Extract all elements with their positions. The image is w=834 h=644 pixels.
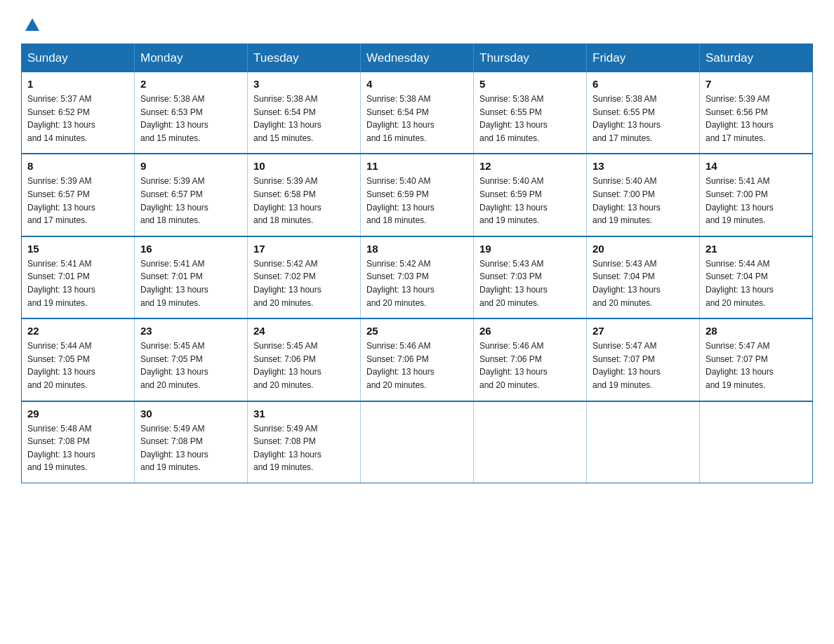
day-info: Sunrise: 5:40 AMSunset: 6:59 PMDaylight:…	[366, 175, 468, 227]
calendar-cell: 24 Sunrise: 5:45 AMSunset: 7:06 PMDaylig…	[248, 318, 361, 401]
day-number: 26	[479, 325, 581, 337]
day-number: 29	[27, 408, 128, 420]
day-number: 20	[593, 243, 694, 255]
day-number: 14	[706, 160, 807, 172]
day-number: 21	[706, 243, 807, 255]
calendar-cell: 4 Sunrise: 5:38 AMSunset: 6:54 PMDayligh…	[361, 72, 474, 154]
calendar-cell: 14 Sunrise: 5:41 AMSunset: 7:00 PMDaylig…	[700, 154, 813, 236]
calendar-table: SundayMondayTuesdayWednesdayThursdayFrid…	[21, 43, 813, 483]
calendar-cell: 9 Sunrise: 5:39 AMSunset: 6:57 PMDayligh…	[135, 154, 248, 236]
day-number: 1	[27, 78, 128, 90]
page-header	[21, 14, 813, 29]
day-info: Sunrise: 5:38 AMSunset: 6:54 PMDaylight:…	[253, 93, 355, 145]
calendar-cell: 26 Sunrise: 5:46 AMSunset: 7:06 PMDaylig…	[474, 318, 587, 401]
calendar-cell: 28 Sunrise: 5:47 AMSunset: 7:07 PMDaylig…	[700, 318, 813, 401]
calendar-cell: 22 Sunrise: 5:44 AMSunset: 7:05 PMDaylig…	[22, 318, 135, 401]
calendar-cell: 21 Sunrise: 5:44 AMSunset: 7:04 PMDaylig…	[700, 236, 813, 318]
day-number: 12	[479, 160, 581, 172]
day-number: 24	[253, 325, 355, 337]
day-info: Sunrise: 5:38 AMSunset: 6:55 PMDaylight:…	[479, 93, 581, 145]
logo-icon	[22, 14, 42, 34]
day-info: Sunrise: 5:39 AMSunset: 6:57 PMDaylight:…	[140, 175, 241, 227]
calendar-week-row: 15 Sunrise: 5:41 AMSunset: 7:01 PMDaylig…	[22, 236, 813, 318]
day-number: 30	[140, 408, 241, 420]
calendar-cell: 10 Sunrise: 5:39 AMSunset: 6:58 PMDaylig…	[248, 154, 361, 236]
day-number: 28	[706, 325, 807, 337]
calendar-cell: 11 Sunrise: 5:40 AMSunset: 6:59 PMDaylig…	[361, 154, 474, 236]
day-info: Sunrise: 5:41 AMSunset: 7:00 PMDaylight:…	[706, 175, 807, 227]
day-info: Sunrise: 5:42 AMSunset: 7:03 PMDaylight:…	[366, 257, 468, 309]
day-number: 11	[366, 160, 468, 172]
weekday-header-wednesday: Wednesday	[361, 44, 474, 73]
calendar-cell	[474, 401, 587, 483]
day-info: Sunrise: 5:47 AMSunset: 7:07 PMDaylight:…	[593, 340, 694, 391]
day-info: Sunrise: 5:39 AMSunset: 6:56 PMDaylight:…	[706, 93, 807, 145]
calendar-cell: 29 Sunrise: 5:48 AMSunset: 7:08 PMDaylig…	[22, 401, 135, 483]
calendar-cell: 2 Sunrise: 5:38 AMSunset: 6:53 PMDayligh…	[135, 72, 248, 154]
calendar-cell: 7 Sunrise: 5:39 AMSunset: 6:56 PMDayligh…	[700, 72, 813, 154]
day-number: 23	[140, 325, 241, 337]
day-info: Sunrise: 5:44 AMSunset: 7:04 PMDaylight:…	[706, 257, 807, 309]
calendar-cell: 16 Sunrise: 5:41 AMSunset: 7:01 PMDaylig…	[135, 236, 248, 318]
calendar-cell: 15 Sunrise: 5:41 AMSunset: 7:01 PMDaylig…	[22, 236, 135, 318]
calendar-cell: 18 Sunrise: 5:42 AMSunset: 7:03 PMDaylig…	[361, 236, 474, 318]
weekday-header-sunday: Sunday	[22, 44, 135, 73]
day-number: 2	[140, 78, 241, 90]
day-info: Sunrise: 5:45 AMSunset: 7:05 PMDaylight:…	[140, 340, 241, 391]
calendar-cell: 3 Sunrise: 5:38 AMSunset: 6:54 PMDayligh…	[248, 72, 361, 154]
day-info: Sunrise: 5:44 AMSunset: 7:05 PMDaylight:…	[27, 340, 128, 391]
day-info: Sunrise: 5:43 AMSunset: 7:04 PMDaylight:…	[593, 257, 694, 309]
calendar-cell	[700, 401, 813, 483]
weekday-header-friday: Friday	[587, 44, 700, 73]
day-info: Sunrise: 5:38 AMSunset: 6:53 PMDaylight:…	[140, 93, 241, 145]
calendar-week-row: 29 Sunrise: 5:48 AMSunset: 7:08 PMDaylig…	[22, 401, 813, 483]
calendar-cell: 13 Sunrise: 5:40 AMSunset: 7:00 PMDaylig…	[587, 154, 700, 236]
day-info: Sunrise: 5:49 AMSunset: 7:08 PMDaylight:…	[253, 422, 355, 474]
day-info: Sunrise: 5:46 AMSunset: 7:06 PMDaylight:…	[479, 340, 581, 391]
day-number: 6	[593, 78, 694, 90]
calendar-cell: 23 Sunrise: 5:45 AMSunset: 7:05 PMDaylig…	[135, 318, 248, 401]
calendar-cell: 25 Sunrise: 5:46 AMSunset: 7:06 PMDaylig…	[361, 318, 474, 401]
day-number: 13	[593, 160, 694, 172]
day-info: Sunrise: 5:39 AMSunset: 6:58 PMDaylight:…	[253, 175, 355, 227]
logo	[21, 14, 42, 29]
calendar-cell: 17 Sunrise: 5:42 AMSunset: 7:02 PMDaylig…	[248, 236, 361, 318]
day-number: 22	[27, 325, 128, 337]
day-number: 15	[27, 243, 128, 255]
day-info: Sunrise: 5:41 AMSunset: 7:01 PMDaylight:…	[27, 257, 128, 309]
day-number: 9	[140, 160, 241, 172]
calendar-cell: 27 Sunrise: 5:47 AMSunset: 7:07 PMDaylig…	[587, 318, 700, 401]
calendar-week-row: 1 Sunrise: 5:37 AMSunset: 6:52 PMDayligh…	[22, 72, 813, 154]
day-number: 31	[253, 408, 355, 420]
day-number: 18	[366, 243, 468, 255]
day-info: Sunrise: 5:41 AMSunset: 7:01 PMDaylight:…	[140, 257, 241, 309]
day-number: 10	[253, 160, 355, 172]
day-number: 8	[27, 160, 128, 172]
calendar-cell: 12 Sunrise: 5:40 AMSunset: 6:59 PMDaylig…	[474, 154, 587, 236]
day-number: 4	[366, 78, 468, 90]
day-info: Sunrise: 5:43 AMSunset: 7:03 PMDaylight:…	[479, 257, 581, 309]
calendar-cell: 19 Sunrise: 5:43 AMSunset: 7:03 PMDaylig…	[474, 236, 587, 318]
calendar-cell: 1 Sunrise: 5:37 AMSunset: 6:52 PMDayligh…	[22, 72, 135, 154]
day-info: Sunrise: 5:40 AMSunset: 7:00 PMDaylight:…	[593, 175, 694, 227]
day-info: Sunrise: 5:38 AMSunset: 6:55 PMDaylight:…	[593, 93, 694, 145]
calendar-cell: 5 Sunrise: 5:38 AMSunset: 6:55 PMDayligh…	[474, 72, 587, 154]
weekday-header-monday: Monday	[135, 44, 248, 73]
calendar-cell	[587, 401, 700, 483]
weekday-header-saturday: Saturday	[700, 44, 813, 73]
calendar-cell: 30 Sunrise: 5:49 AMSunset: 7:08 PMDaylig…	[135, 401, 248, 483]
day-number: 27	[593, 325, 694, 337]
day-number: 7	[706, 78, 807, 90]
calendar-cell: 6 Sunrise: 5:38 AMSunset: 6:55 PMDayligh…	[587, 72, 700, 154]
day-number: 16	[140, 243, 241, 255]
day-number: 19	[479, 243, 581, 255]
day-info: Sunrise: 5:42 AMSunset: 7:02 PMDaylight:…	[253, 257, 355, 309]
day-number: 3	[253, 78, 355, 90]
day-info: Sunrise: 5:46 AMSunset: 7:06 PMDaylight:…	[366, 340, 468, 391]
day-info: Sunrise: 5:45 AMSunset: 7:06 PMDaylight:…	[253, 340, 355, 391]
day-info: Sunrise: 5:39 AMSunset: 6:57 PMDaylight:…	[27, 175, 128, 227]
weekday-header-thursday: Thursday	[474, 44, 587, 73]
calendar-header-row: SundayMondayTuesdayWednesdayThursdayFrid…	[22, 44, 813, 73]
day-info: Sunrise: 5:49 AMSunset: 7:08 PMDaylight:…	[140, 422, 241, 474]
day-number: 17	[253, 243, 355, 255]
